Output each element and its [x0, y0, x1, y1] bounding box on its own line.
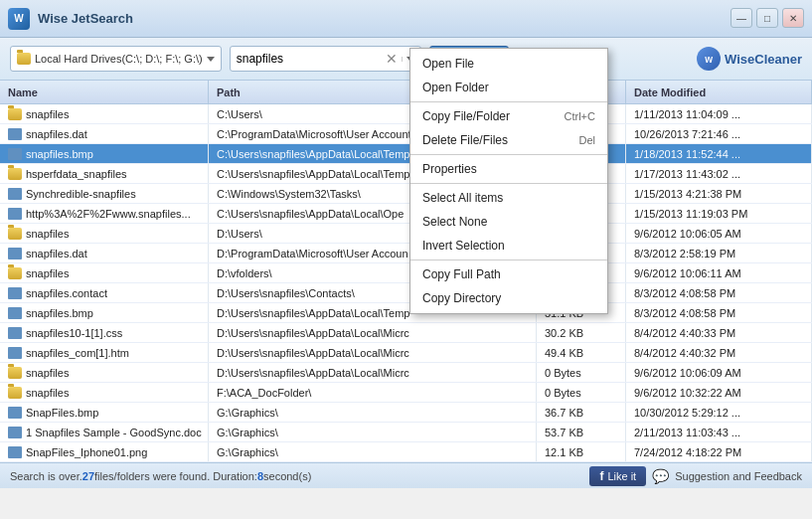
facebook-icon: f: [599, 469, 603, 483]
context-menu-item[interactable]: Delete File/FilesDel: [410, 128, 607, 152]
file-date: 1/15/2013 11:19:03 PM: [626, 204, 812, 223]
clear-search-button[interactable]: ✕: [386, 52, 398, 66]
context-menu-item[interactable]: Copy File/FolderCtrl+C: [410, 104, 607, 128]
file-icon: [8, 128, 22, 140]
title-bar: W Wise JetSearch — □ ✕: [0, 0, 812, 38]
minimize-button[interactable]: —: [731, 8, 752, 28]
file-name: snapfiles: [0, 263, 209, 282]
drive-icon: [17, 53, 31, 65]
file-size: 0 Bytes: [537, 383, 626, 402]
table-row[interactable]: http%3A%2F%2Fwww.snapfiles... C:\Users\s…: [0, 204, 812, 224]
file-date: 9/6/2012 10:06:09 AM: [626, 363, 812, 382]
file-name: http%3A%2F%2Fwww.snapfiles...: [0, 204, 209, 223]
file-list[interactable]: snapfiles C:\Users\ 8.0 KB 1/11/2013 11:…: [0, 104, 812, 462]
context-menu-separator: [410, 183, 607, 184]
drive-selector[interactable]: Local Hard Drives(C:\; D:\; F:\; G:\): [10, 46, 222, 72]
context-menu-item[interactable]: Open File: [410, 52, 607, 76]
context-menu-item[interactable]: Invert Selection: [410, 234, 607, 258]
maximize-button[interactable]: □: [756, 8, 778, 28]
file-date: 8/3/2012 2:58:19 PM: [626, 244, 812, 262]
folder-icon: [8, 228, 22, 240]
search-input[interactable]: [237, 52, 386, 66]
context-menu-item[interactable]: Properties: [410, 157, 607, 181]
like-label: Like it: [607, 470, 636, 482]
table-row[interactable]: snapfiles F:\ACA_DocFolder\ 0 Bytes 9/6/…: [0, 383, 812, 403]
context-menu-item-label: Copy Directory: [422, 291, 501, 305]
table-row[interactable]: SnapFiles.bmp G:\Graphics\ 36.7 KB 10/30…: [0, 403, 812, 423]
search-input-container: ✕: [230, 46, 421, 72]
wisecleaner-label: WiseCleaner: [725, 52, 802, 67]
col-header-name[interactable]: Name: [0, 81, 209, 103]
context-menu-item-label: Select None: [422, 215, 487, 229]
file-icon: [8, 248, 22, 260]
file-name: snapfiles_com[1].htm: [0, 343, 209, 362]
table-row[interactable]: snapfiles.bmp D:\Users\snapfiles\AppData…: [0, 303, 812, 323]
context-menu-shortcut: Ctrl+C: [565, 110, 595, 122]
table-row[interactable]: Synchredible-snapfiles C:\Windows\System…: [0, 184, 812, 204]
table-row[interactable]: snapfiles C:\Users\ 8.0 KB 1/11/2013 11:…: [0, 104, 812, 124]
file-path: D:\Users\snapfiles\AppData\Local\Micrc: [209, 343, 537, 362]
status-text-middle: files/folders were found. Duration:: [94, 470, 257, 482]
toolbar: Local Hard Drives(C:\; D:\; F:\; G:\) ✕ …: [0, 38, 812, 81]
table-row[interactable]: snapfiles D:\vfolders\ 0 Bytes 9/6/2012 …: [0, 263, 812, 283]
feedback-label[interactable]: Suggestion and Feedback: [675, 470, 802, 482]
close-button[interactable]: ✕: [782, 8, 804, 28]
file-icon: [8, 327, 22, 339]
table-row[interactable]: snapfiles.dat D:\ProgramData\Microsoft\U…: [0, 244, 812, 263]
table-row[interactable]: hsperfdata_snapfiles C:\Users\snapfiles\…: [0, 164, 812, 184]
table-row[interactable]: snapfiles.bmp C:\Users\snapfiles\AppData…: [0, 144, 812, 164]
context-menu-item-label: Copy Full Path: [422, 267, 501, 281]
context-menu-item[interactable]: Copy Directory: [410, 286, 607, 310]
window-controls: — □ ✕: [731, 8, 804, 28]
file-name: snapfiles: [0, 383, 209, 402]
context-menu-item[interactable]: Select None: [410, 210, 607, 234]
context-menu-item[interactable]: Open Folder: [410, 76, 607, 99]
context-menu-item[interactable]: Select All items: [410, 186, 607, 210]
context-menu-item[interactable]: Copy Full Path: [410, 262, 607, 286]
file-name: snapfiles.bmp: [0, 144, 209, 163]
file-icon: [8, 427, 22, 438]
file-date: 8/4/2012 4:40:33 PM: [626, 323, 812, 342]
table-row[interactable]: 1 Snapfiles Sample - GoodSync.doc G:\Gra…: [0, 423, 812, 442]
table-row[interactable]: snapfiles_com[1].htm D:\Users\snapfiles\…: [0, 343, 812, 363]
file-name: snapfiles: [0, 363, 209, 382]
file-name: snapfiles10-1[1].css: [0, 323, 209, 342]
file-icon: [8, 307, 22, 319]
file-name: snapfiles: [0, 224, 209, 243]
table-row[interactable]: snapfiles D:\Users\ 1.0 KB 9/6/2012 10:0…: [0, 224, 812, 244]
file-size: 30.2 KB: [537, 323, 626, 342]
table-row[interactable]: snapfiles10-1[1].css D:\Users\snapfiles\…: [0, 323, 812, 343]
status-bar: Search is over. 27 files/folders were fo…: [0, 462, 812, 488]
table-row[interactable]: snapfiles D:\Users\snapfiles\AppData\Loc…: [0, 363, 812, 383]
file-icon: [8, 287, 22, 299]
file-name: snapfiles.dat: [0, 244, 209, 262]
context-menu-separator: [410, 154, 607, 155]
file-icon: [8, 446, 22, 458]
table-row[interactable]: SnapFiles_Iphone01.png G:\Graphics\ 12.1…: [0, 442, 812, 462]
context-menu-item-label: Copy File/Folder: [422, 109, 510, 123]
context-menu-item-label: Open File: [422, 57, 474, 71]
folder-icon: [8, 267, 22, 279]
context-menu-item-label: Invert Selection: [422, 239, 505, 253]
file-name: snapfiles.bmp: [0, 303, 209, 322]
file-name: Synchredible-snapfiles: [0, 184, 209, 203]
status-right: f Like it 💬 Suggestion and Feedback: [589, 466, 802, 486]
file-icon: [8, 148, 22, 160]
context-menu-item-label: Select All items: [422, 191, 503, 205]
file-date: 10/30/2012 5:29:12 ...: [626, 403, 812, 422]
drive-dropdown-arrow: [207, 57, 215, 62]
table-row[interactable]: snapfiles.dat C:\ProgramData\Microsoft\U…: [0, 124, 812, 144]
column-headers: Name Path File Size Date Modified: [0, 81, 812, 104]
col-header-date[interactable]: Date Modified: [626, 81, 812, 103]
context-menu-shortcut: Del: [578, 134, 595, 146]
file-name: snapfiles.dat: [0, 124, 209, 143]
file-date: 2/11/2013 11:03:43 ...: [626, 423, 812, 441]
table-row[interactable]: snapfiles.contact D:\Users\snapfiles\Con…: [0, 283, 812, 303]
context-menu-item-label: Delete File/Files: [422, 133, 508, 147]
file-date: 1/18/2013 11:52:44 ...: [626, 144, 812, 163]
file-icon: [8, 407, 22, 419]
file-date: 7/24/2012 4:18:22 PM: [626, 442, 812, 461]
like-button[interactable]: f Like it: [589, 466, 646, 486]
wisecleaner-logo[interactable]: w WiseCleaner: [697, 47, 802, 71]
context-menu: Open FileOpen FolderCopy File/FolderCtrl…: [409, 48, 608, 314]
